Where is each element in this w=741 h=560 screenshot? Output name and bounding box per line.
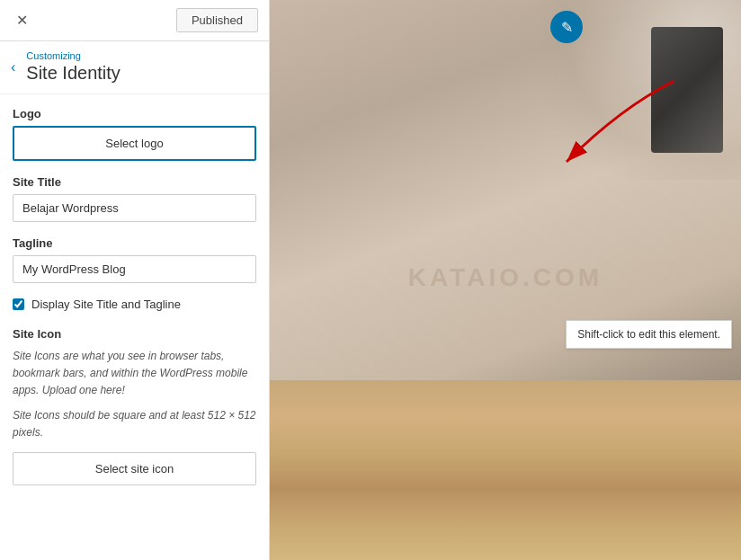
breadcrumb: Customizing [26,50,121,61]
display-title-tagline-row: Display Site Title and Tagline [13,298,256,311]
close-button[interactable]: ✕ [11,8,33,32]
tooltip-text: Shift-click to edit this element. [577,328,720,341]
watermark-text: KATAIO.COM [408,262,603,291]
site-title-input[interactable] [13,194,256,222]
site-title-label: Site Title [13,175,256,189]
display-title-tagline-checkbox[interactable] [13,298,24,310]
display-title-tagline-label: Display Site Title and Tagline [31,298,181,311]
back-bar: ‹ Customizing Site Identity [0,41,269,94]
logo-label: Logo [13,107,256,120]
preview-background: KATAIO.COM Shift-click to edit this elem… [270,0,741,560]
logo-section: Logo Select logo [13,107,256,161]
site-icon-description1: Site Icons are what you see in browser t… [13,348,256,400]
select-icon-button[interactable]: Select site icon [13,452,256,485]
select-logo-button[interactable]: Select logo [13,126,256,161]
site-icon-description2: Site Icons should be square and at least… [13,407,256,441]
tagline-label: Tagline [13,236,256,250]
published-button[interactable]: Published [176,8,258,32]
page-title: Site Identity [26,61,121,84]
site-title-section: Site Title [13,175,256,222]
breadcrumb-area: Customizing Site Identity [26,50,121,84]
preview-area: KATAIO.COM Shift-click to edit this elem… [270,0,741,560]
back-button[interactable]: ‹ [7,58,19,77]
site-icon-label: Site Icon [13,327,256,341]
edit-pencil-button[interactable]: ✎ [550,11,583,43]
tagline-section: Tagline [13,236,256,283]
wood-table [270,380,741,560]
sidebar-content: Logo Select logo Site Title Tagline Disp… [0,94,269,560]
tagline-input[interactable] [13,255,256,283]
tooltip-box: Shift-click to edit this element. [566,320,732,349]
dark-object [651,27,723,153]
top-bar: ✕ Published [0,0,269,41]
site-icon-section: Site Icon Site Icons are what you see in… [13,327,256,485]
